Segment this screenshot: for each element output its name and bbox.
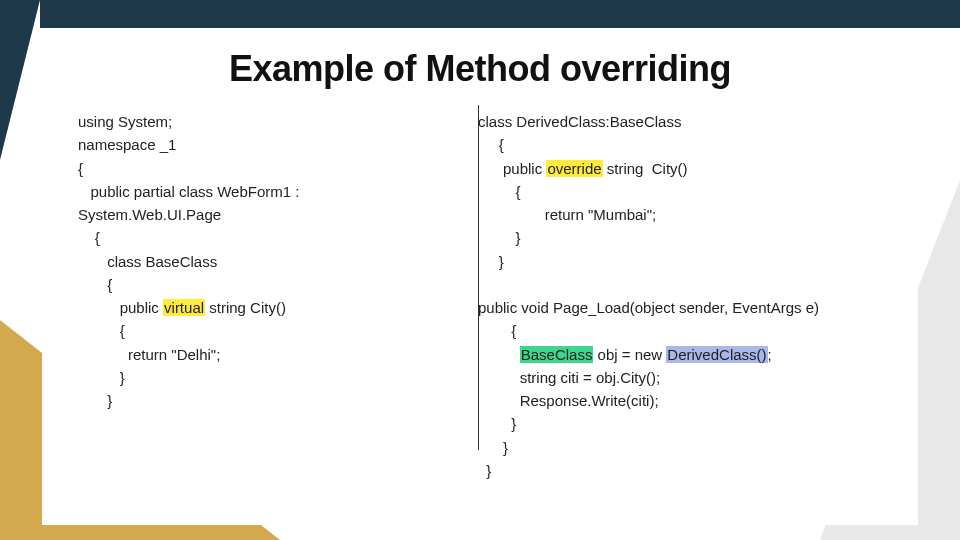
code-line: {: [78, 276, 112, 293]
code-line: {: [78, 229, 100, 246]
code-line: }: [478, 462, 491, 479]
code-line: string citi = obj.City();: [478, 369, 660, 386]
code-line: public void Page_Load(object sender, Eve…: [478, 299, 819, 316]
code-line: }: [478, 415, 516, 432]
code-text: string City(): [205, 299, 286, 316]
code-line: class BaseClass: [78, 253, 217, 270]
bg-stripe-top: [40, 0, 960, 28]
code-line: }: [78, 392, 112, 409]
code-line: public partial class WebForm1 :: [78, 183, 299, 200]
code-line: }: [478, 439, 508, 456]
code-line: return "Mumbai";: [478, 206, 656, 223]
code-line: namespace _1: [78, 136, 176, 153]
code-left-column: using System; namespace _1 { public part…: [78, 110, 458, 482]
highlight-baseclass: BaseClass: [520, 346, 594, 363]
code-right-column: class DerivedClass:BaseClass { public ov…: [478, 110, 882, 482]
code-line: {: [78, 160, 83, 177]
column-divider: [478, 105, 479, 450]
code-line: {: [478, 322, 516, 339]
code-line: using System;: [78, 113, 172, 130]
code-line: public virtual string City(): [78, 299, 286, 316]
code-line: class DerivedClass:BaseClass: [478, 113, 681, 130]
code-line: {: [78, 322, 125, 339]
highlight-override: override: [546, 160, 602, 177]
highlight-virtual: virtual: [163, 299, 205, 316]
code-line: }: [478, 253, 504, 270]
code-text: public: [478, 160, 546, 177]
code-line: public override string City(): [478, 160, 688, 177]
code-line: BaseClass obj = new DerivedClass();: [478, 346, 772, 363]
slide-title: Example of Method overriding: [78, 48, 882, 90]
code-line: {: [478, 183, 521, 200]
slide-card: Example of Method overriding using Syste…: [42, 30, 918, 525]
code-columns: using System; namespace _1 { public part…: [78, 110, 882, 482]
code-text: obj = new: [593, 346, 666, 363]
code-text: public: [78, 299, 163, 316]
bg-triangle-top-left: [0, 0, 40, 160]
code-text: [478, 346, 520, 363]
code-line: System.Web.UI.Page: [78, 206, 221, 223]
highlight-derivedclass: DerivedClass(): [666, 346, 767, 363]
code-text: ;: [768, 346, 772, 363]
code-line: Response.Write(citi);: [478, 392, 659, 409]
code-line: }: [478, 229, 521, 246]
code-line: }: [78, 369, 125, 386]
code-text: string City(): [603, 160, 688, 177]
code-line: {: [478, 136, 504, 153]
code-line: return "Delhi";: [78, 346, 220, 363]
